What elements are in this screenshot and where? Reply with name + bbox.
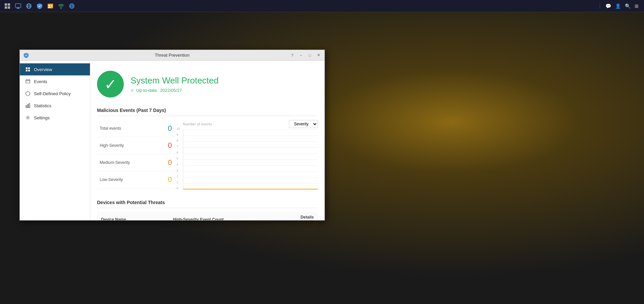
sidebar-overview-label: Overview xyxy=(34,67,52,72)
svg-rect-24 xyxy=(26,80,30,83)
total-events-value: 0 xyxy=(165,124,175,133)
svg-rect-4 xyxy=(15,4,21,7)
high-severity-label: High-Severity xyxy=(100,143,124,148)
settings-icon xyxy=(25,115,31,120)
col-header-device: Device Name xyxy=(97,212,169,220)
svg-rect-3 xyxy=(8,6,10,9)
svg-rect-0 xyxy=(5,3,7,6)
medium-severity-label: Medium-Severity xyxy=(100,160,130,165)
shield-taskbar-icon[interactable] xyxy=(35,1,44,11)
checkmark-icon: ✓ xyxy=(104,76,117,93)
events-body: Total events 0 High-Severity 0 Medium-Se… xyxy=(97,120,318,190)
svg-rect-30 xyxy=(29,104,30,108)
wifi-icon[interactable] xyxy=(56,1,66,11)
window-title: Threat Prevention xyxy=(155,53,189,58)
grid-icon[interactable] xyxy=(3,1,12,11)
grid-line-7: 7 xyxy=(183,147,318,147)
high-severity-value: 0 xyxy=(165,141,175,150)
split-view-icon[interactable]: ⊞ xyxy=(635,3,639,9)
status-title: System Well Protected xyxy=(131,75,219,86)
sidebar-events-label: Events xyxy=(34,79,47,84)
sidebar-item-events[interactable]: Events xyxy=(20,75,90,87)
minimize-button[interactable]: − xyxy=(298,52,304,59)
sidebar-item-statistics[interactable]: Statistics xyxy=(20,100,90,112)
stat-low-severity: Low-Severity 0 xyxy=(97,171,178,188)
main-content: ✓ System Well Protected ✓ Up-to-date. 20… xyxy=(90,61,325,220)
stat-high-severity: High-Severity 0 xyxy=(97,137,178,154)
sidebar-item-overview[interactable]: Overview xyxy=(20,63,90,75)
col-header-details: Details ⋮ xyxy=(297,212,318,220)
grid-line-8: 8 xyxy=(183,141,318,142)
globe-icon[interactable] xyxy=(67,1,77,11)
low-severity-value: 0 xyxy=(165,175,175,184)
svg-rect-20 xyxy=(26,67,28,69)
devices-section-header: Devices with Potential Threats xyxy=(97,196,318,208)
user-icon[interactable]: 👤 xyxy=(615,3,621,9)
svg-rect-2 xyxy=(5,6,7,9)
events-stats: Total events 0 High-Severity 0 Medium-Se… xyxy=(97,120,178,190)
maximize-button[interactable]: □ xyxy=(306,52,313,59)
help-button[interactable]: ? xyxy=(289,52,296,59)
status-section: ✓ System Well Protected ✓ Up-to-date. 20… xyxy=(97,67,318,104)
network-icon[interactable] xyxy=(24,1,34,11)
check-small-icon: ✓ xyxy=(131,88,134,93)
uptodate-date: 2022/05/27 xyxy=(160,88,182,93)
grid-line-3: 3 xyxy=(183,171,318,172)
title-bar: Threat Prevention ? − □ ✕ xyxy=(20,50,325,61)
malicious-events-section: Malicious Events (Past 7 Days) Total eve… xyxy=(97,104,318,190)
malicious-events-header: Malicious Events (Past 7 Days) xyxy=(97,104,318,116)
stat-total-events: Total events 0 xyxy=(97,120,178,137)
svg-point-11 xyxy=(49,5,50,6)
sidebar: Overview Events Self-Defined Policy xyxy=(20,61,90,220)
table-header-row: Device Name High-Severity Event Count De… xyxy=(97,212,318,220)
col-header-severity: High-Severity Event Count xyxy=(169,212,296,220)
chart-header: Number of events Severity xyxy=(183,120,318,128)
svg-point-14 xyxy=(61,8,62,9)
chat-icon[interactable]: 💬 xyxy=(605,3,611,9)
severity-dropdown[interactable]: Severity xyxy=(289,120,318,128)
statistics-icon xyxy=(25,103,31,108)
grid-line-6: 6 xyxy=(183,153,318,154)
status-icon: ✓ xyxy=(97,71,124,98)
app-icon xyxy=(23,52,29,58)
grid-line-5: 5 xyxy=(183,159,318,160)
svg-rect-28 xyxy=(26,106,27,108)
status-text: System Well Protected ✓ Up-to-date. 2022… xyxy=(131,75,219,93)
sidebar-item-settings[interactable]: Settings xyxy=(20,112,90,124)
overview-icon xyxy=(25,67,31,72)
chart-baseline xyxy=(183,189,318,189)
total-events-label: Total events xyxy=(100,126,121,131)
grid-line-10: 10 xyxy=(183,129,318,130)
svg-rect-13 xyxy=(51,6,52,7)
svg-rect-29 xyxy=(28,105,29,108)
svg-rect-1 xyxy=(8,3,10,6)
chart-grid: 10 9 8 7 6 5 4 3 2 1 0 xyxy=(183,129,318,189)
low-severity-label: Low-Severity xyxy=(100,177,123,182)
grid-line-2: 2 xyxy=(183,177,318,177)
medium-severity-value: 0 xyxy=(165,158,175,167)
person-icon[interactable] xyxy=(46,1,55,11)
taskbar: 💬 👤 🔍 ⊞ xyxy=(0,0,644,12)
grid-line-4: 4 xyxy=(183,165,318,166)
svg-point-31 xyxy=(27,117,29,119)
svg-rect-12 xyxy=(51,5,53,6)
window-body: Overview Events Self-Defined Policy xyxy=(20,61,325,220)
sidebar-settings-label: Settings xyxy=(34,115,50,120)
stat-medium-severity: Medium-Severity 0 xyxy=(97,154,178,171)
sidebar-policy-label: Self-Defined Policy xyxy=(34,91,71,96)
svg-rect-6 xyxy=(16,8,20,9)
taskbar-right: 💬 👤 🔍 ⊞ xyxy=(600,3,644,9)
events-icon xyxy=(25,79,31,84)
policy-icon xyxy=(25,91,31,96)
sidebar-item-policy[interactable]: Self-Defined Policy xyxy=(20,87,90,100)
svg-rect-21 xyxy=(28,67,30,69)
title-bar-controls: ? − □ ✕ xyxy=(289,52,322,59)
search-icon[interactable]: 🔍 xyxy=(625,3,631,9)
events-chart: Number of events Severity 10 9 8 7 xyxy=(178,120,318,190)
close-button[interactable]: ✕ xyxy=(315,52,322,59)
devices-table: Device Name High-Severity Event Count De… xyxy=(97,212,318,220)
monitor-icon[interactable] xyxy=(13,1,23,11)
devices-section: Devices with Potential Threats Device Na… xyxy=(97,196,318,220)
svg-rect-5 xyxy=(17,8,19,8)
chart-y-label: Number of events xyxy=(183,122,212,126)
